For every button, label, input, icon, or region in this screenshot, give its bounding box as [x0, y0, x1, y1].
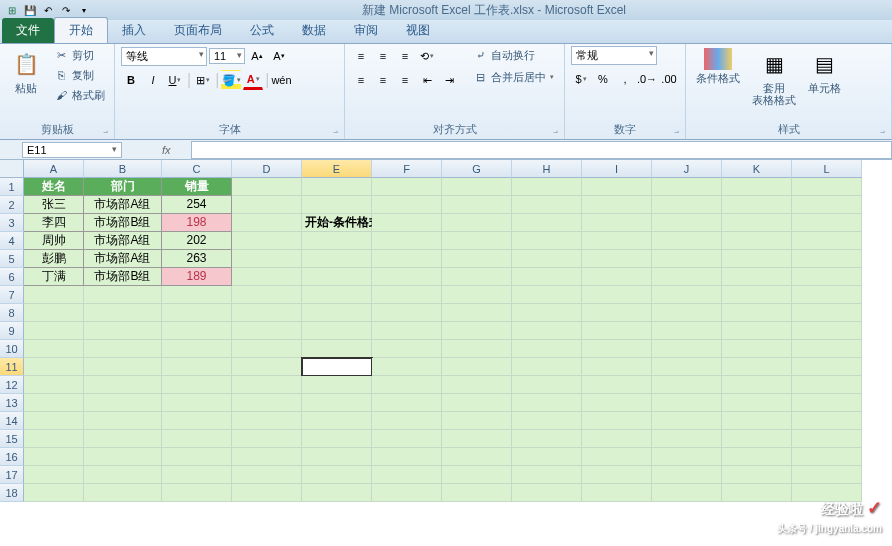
col-header-D[interactable]: D — [232, 160, 302, 178]
paste-button[interactable]: 📋 粘贴 — [6, 46, 46, 96]
cell-H17[interactable] — [512, 466, 582, 484]
cell-I5[interactable] — [582, 250, 652, 268]
cell-D11[interactable] — [232, 358, 302, 376]
cell-A16[interactable] — [24, 448, 84, 466]
currency-icon[interactable]: $ — [571, 69, 591, 89]
cell-H9[interactable] — [512, 322, 582, 340]
cell-B13[interactable] — [84, 394, 162, 412]
cell-L14[interactable] — [792, 412, 862, 430]
cell-L16[interactable] — [792, 448, 862, 466]
cell-H7[interactable] — [512, 286, 582, 304]
col-header-J[interactable]: J — [652, 160, 722, 178]
cell-E6[interactable] — [302, 268, 372, 286]
comma-icon[interactable]: , — [615, 69, 635, 89]
cell-F18[interactable] — [372, 484, 442, 502]
cell-F7[interactable] — [372, 286, 442, 304]
cell-G7[interactable] — [442, 286, 512, 304]
row-header-7[interactable]: 7 — [0, 286, 24, 304]
cell-H1[interactable] — [512, 178, 582, 196]
cell-C10[interactable] — [162, 340, 232, 358]
format-painter-button[interactable]: 🖌格式刷 — [50, 86, 108, 104]
cell-G17[interactable] — [442, 466, 512, 484]
cell-K9[interactable] — [722, 322, 792, 340]
cell-C1[interactable]: 销量 — [162, 178, 232, 196]
cell-A1[interactable]: 姓名 — [24, 178, 84, 196]
cell-H18[interactable] — [512, 484, 582, 502]
cell-D5[interactable] — [232, 250, 302, 268]
cell-B3[interactable]: 市场部B组 — [84, 214, 162, 232]
row-header-2[interactable]: 2 — [0, 196, 24, 214]
orientation-icon[interactable]: ⟲ — [417, 46, 437, 66]
cell-G5[interactable] — [442, 250, 512, 268]
cell-L9[interactable] — [792, 322, 862, 340]
cell-A4[interactable]: 周帅 — [24, 232, 84, 250]
cell-L15[interactable] — [792, 430, 862, 448]
cell-K3[interactable] — [722, 214, 792, 232]
cell-E11[interactable] — [302, 358, 372, 376]
cell-K8[interactable] — [722, 304, 792, 322]
col-header-G[interactable]: G — [442, 160, 512, 178]
align-middle-icon[interactable]: ≡ — [373, 46, 393, 66]
cell-L10[interactable] — [792, 340, 862, 358]
col-header-I[interactable]: I — [582, 160, 652, 178]
cell-G15[interactable] — [442, 430, 512, 448]
font-name-combo[interactable]: 等线 — [121, 47, 207, 66]
cell-C7[interactable] — [162, 286, 232, 304]
col-header-C[interactable]: C — [162, 160, 232, 178]
cell-L8[interactable] — [792, 304, 862, 322]
redo-icon[interactable]: ↷ — [58, 2, 74, 18]
cell-D4[interactable] — [232, 232, 302, 250]
align-center-icon[interactable]: ≡ — [373, 70, 393, 90]
cell-A2[interactable]: 张三 — [24, 196, 84, 214]
cell-D18[interactable] — [232, 484, 302, 502]
cell-J14[interactable] — [652, 412, 722, 430]
cell-H15[interactable] — [512, 430, 582, 448]
cell-F17[interactable] — [372, 466, 442, 484]
cell-J13[interactable] — [652, 394, 722, 412]
cell-G16[interactable] — [442, 448, 512, 466]
cell-L2[interactable] — [792, 196, 862, 214]
cell-J7[interactable] — [652, 286, 722, 304]
cell-K14[interactable] — [722, 412, 792, 430]
phonetic-button[interactable]: wén — [271, 70, 291, 90]
cell-A14[interactable] — [24, 412, 84, 430]
align-bottom-icon[interactable]: ≡ — [395, 46, 415, 66]
fx-icon[interactable]: fx — [162, 144, 171, 156]
cell-E8[interactable] — [302, 304, 372, 322]
cell-F15[interactable] — [372, 430, 442, 448]
number-format-combo[interactable]: 常规 — [571, 46, 657, 65]
fill-color-button[interactable]: 🪣 — [221, 70, 241, 90]
cell-C15[interactable] — [162, 430, 232, 448]
cell-B12[interactable] — [84, 376, 162, 394]
cell-E3[interactable]: 开始-条件格式-突出显示单元格规则-小于 — [302, 214, 372, 232]
row-header-5[interactable]: 5 — [0, 250, 24, 268]
cell-I1[interactable] — [582, 178, 652, 196]
cell-E15[interactable] — [302, 430, 372, 448]
cell-J18[interactable] — [652, 484, 722, 502]
cell-A12[interactable] — [24, 376, 84, 394]
row-header-6[interactable]: 6 — [0, 268, 24, 286]
cell-G2[interactable] — [442, 196, 512, 214]
cell-I17[interactable] — [582, 466, 652, 484]
cell-F14[interactable] — [372, 412, 442, 430]
cell-A7[interactable] — [24, 286, 84, 304]
row-header-8[interactable]: 8 — [0, 304, 24, 322]
cell-G1[interactable] — [442, 178, 512, 196]
cell-E10[interactable] — [302, 340, 372, 358]
cell-F11[interactable] — [372, 358, 442, 376]
cell-I8[interactable] — [582, 304, 652, 322]
cell-G3[interactable] — [442, 214, 512, 232]
italic-button[interactable]: I — [143, 70, 163, 90]
cell-H4[interactable] — [512, 232, 582, 250]
cell-D10[interactable] — [232, 340, 302, 358]
tab-data[interactable]: 数据 — [288, 18, 340, 43]
cell-H6[interactable] — [512, 268, 582, 286]
row-header-16[interactable]: 16 — [0, 448, 24, 466]
cell-K4[interactable] — [722, 232, 792, 250]
cell-J12[interactable] — [652, 376, 722, 394]
cell-K15[interactable] — [722, 430, 792, 448]
cell-B1[interactable]: 部门 — [84, 178, 162, 196]
wrap-text-button[interactable]: ⤶自动换行 — [469, 46, 557, 64]
cell-J8[interactable] — [652, 304, 722, 322]
row-header-10[interactable]: 10 — [0, 340, 24, 358]
